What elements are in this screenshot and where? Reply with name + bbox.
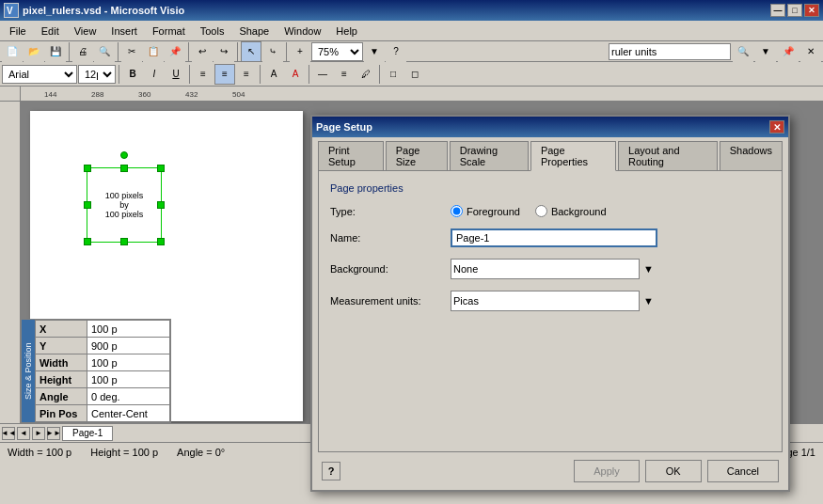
tab-page-size[interactable]: Page Size: [386, 141, 448, 171]
font-color-button[interactable]: A: [263, 64, 284, 85]
background-select[interactable]: None: [451, 259, 657, 279]
undo-button[interactable]: ↩: [192, 41, 213, 62]
status-angle: Angle = 0°: [177, 447, 225, 458]
sep-format4: [309, 65, 309, 84]
app-icon: V: [4, 3, 19, 18]
tab-shadows[interactable]: Shadows: [720, 141, 783, 171]
close-search-button[interactable]: ✕: [800, 41, 821, 62]
dialog-help-button[interactable]: ?: [322, 462, 340, 480]
ok-button[interactable]: OK: [645, 460, 702, 482]
search-input[interactable]: [609, 43, 731, 60]
status-width: Width = 100 p: [8, 447, 71, 458]
type-row: Type: Foreground Background: [330, 205, 770, 217]
cut-button[interactable]: ✂: [121, 41, 142, 62]
menu-view[interactable]: View: [67, 21, 104, 40]
pin-button[interactable]: 📌: [778, 41, 799, 62]
name-input[interactable]: [451, 228, 657, 247]
measurement-label: Measurement units:: [330, 295, 443, 307]
minimize-button[interactable]: —: [770, 4, 785, 17]
align-left-button[interactable]: ≡: [193, 64, 214, 85]
tab-next-button[interactable]: ►: [32, 427, 45, 440]
measurement-row: Measurement units: Picas Inches Centimet…: [330, 291, 770, 311]
separator4: [237, 42, 238, 61]
align-center-button[interactable]: ≡: [214, 64, 235, 85]
main-area: 144 288 360 432 504 ▲ ▼: [0, 87, 823, 423]
print-button[interactable]: 🖨: [72, 41, 93, 62]
sep-format2: [189, 65, 190, 84]
open-button[interactable]: 📂: [24, 41, 44, 62]
menu-tools[interactable]: Tools: [193, 21, 232, 40]
background-row: Background: None ▼: [330, 259, 770, 279]
separator3: [188, 42, 189, 61]
shadow-button[interactable]: □: [383, 64, 404, 85]
menu-window[interactable]: Window: [277, 21, 328, 40]
dialog-content: Page properties Type: Foreground Backgro…: [318, 170, 783, 452]
line-weight-button[interactable]: ≡: [334, 64, 355, 85]
separator1: [69, 42, 70, 61]
menu-shape[interactable]: Shape: [231, 21, 277, 40]
menu-edit[interactable]: Edit: [34, 21, 67, 40]
bold-button[interactable]: B: [122, 64, 143, 85]
pointer-button[interactable]: ↖: [241, 41, 261, 62]
name-row: Name:: [330, 228, 770, 247]
separator5: [286, 42, 287, 61]
tab-first-button[interactable]: ◄◄: [2, 427, 15, 440]
italic-button[interactable]: I: [144, 64, 165, 85]
window-title: pixel_rulers.vsd - Microsoft Visio: [23, 5, 184, 16]
save-button[interactable]: 💾: [45, 41, 66, 62]
search-button[interactable]: 🔍: [733, 41, 753, 62]
sep-format5: [379, 65, 380, 84]
tab-prev-button[interactable]: ◄: [17, 427, 30, 440]
title-bar: V pixel_rulers.vsd - Microsoft Visio — □…: [0, 0, 823, 21]
shape-format-button[interactable]: ◻: [404, 64, 425, 85]
help-button[interactable]: ?: [386, 41, 406, 62]
search-options-button[interactable]: ▼: [755, 41, 776, 62]
sep-format3: [260, 65, 261, 84]
paste-button[interactable]: 📌: [165, 41, 185, 62]
maximize-button[interactable]: □: [787, 4, 802, 17]
connector-button[interactable]: ⤷: [262, 41, 283, 62]
cancel-button[interactable]: Cancel: [707, 460, 779, 482]
close-button[interactable]: ✕: [804, 4, 819, 17]
menu-help[interactable]: Help: [328, 21, 365, 40]
align-right-button[interactable]: ≡: [236, 64, 257, 85]
apply-button[interactable]: Apply: [574, 460, 640, 482]
tab-page-properties[interactable]: Page Properties: [530, 141, 616, 171]
radio-foreground[interactable]: Foreground: [451, 205, 520, 217]
dialog-close-button[interactable]: ✕: [769, 120, 784, 134]
dialog-footer: ? Apply OK Cancel: [312, 452, 788, 490]
dialog-section-title: Page properties: [330, 182, 770, 194]
print-preview-button[interactable]: 🔍: [94, 41, 115, 62]
line-style-button[interactable]: —: [312, 64, 333, 85]
separator2: [118, 42, 119, 61]
zoom-select[interactable]: 75% 50% 100%: [311, 42, 363, 61]
measurement-select[interactable]: Picas Inches Centimeters Millimeters Poi…: [451, 291, 657, 311]
menu-insert[interactable]: Insert: [103, 21, 145, 40]
dialog-tabs: Print Setup Page Size Drawing Scale Page…: [312, 137, 788, 170]
redo-button[interactable]: ↪: [214, 41, 234, 62]
new-button[interactable]: 📄: [2, 41, 23, 62]
line-color-button[interactable]: 🖊: [356, 64, 376, 85]
underline-button[interactable]: U: [166, 64, 186, 85]
zoom-dropdown-button[interactable]: ▼: [364, 41, 385, 62]
menu-file[interactable]: File: [2, 21, 34, 40]
radio-background[interactable]: Background: [535, 205, 607, 217]
background-label: Background:: [330, 263, 443, 275]
dialog-overlay: Page Setup ✕ Print Setup Page Size Drawi…: [0, 87, 823, 423]
font-select[interactable]: Arial: [2, 65, 77, 84]
status-height: Height = 100 p: [90, 447, 158, 458]
tab-layout-routing[interactable]: Layout and Routing: [618, 141, 718, 171]
search-toolbar: 📄 📂 💾 🖨 🔍 ✂ 📋 📌 ↩ ↪ ↖ ⤷ + 75% 50% 100% ▼…: [0, 41, 823, 62]
fill-color-button[interactable]: A: [285, 64, 306, 85]
dialog-title-bar: Page Setup ✕: [312, 117, 788, 137]
menu-format[interactable]: Format: [145, 21, 193, 40]
zoom-in-button[interactable]: +: [290, 41, 310, 62]
tab-drawing-scale[interactable]: Drawing Scale: [450, 141, 529, 171]
copy-button[interactable]: 📋: [143, 41, 164, 62]
page-tab-1[interactable]: Page-1: [62, 426, 113, 441]
dialog-footer-left: ?: [322, 462, 568, 480]
font-size-select[interactable]: 12pt.: [78, 65, 116, 84]
tab-print-setup[interactable]: Print Setup: [318, 141, 384, 171]
page-setup-dialog: Page Setup ✕ Print Setup Page Size Drawi…: [310, 115, 790, 492]
tab-last-button[interactable]: ►►: [47, 427, 60, 440]
